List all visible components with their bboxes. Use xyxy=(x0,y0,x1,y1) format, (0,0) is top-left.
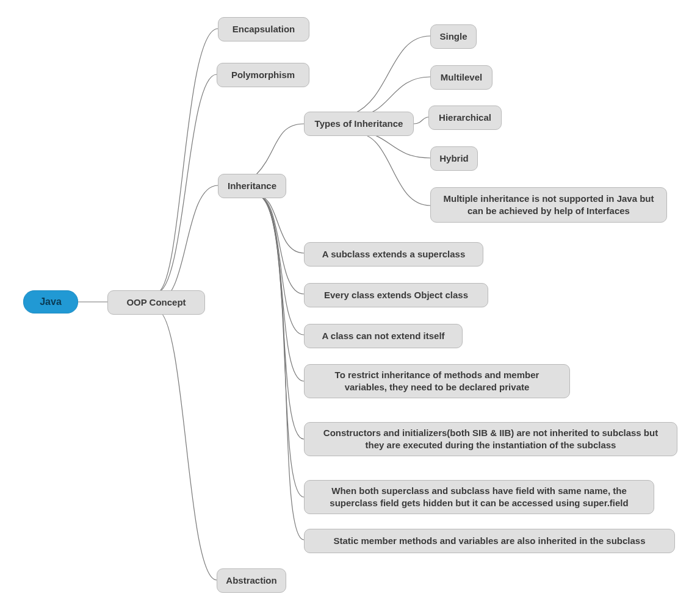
node-inh-n3[interactable]: A class can not extend itself xyxy=(304,324,463,348)
node-label: When both superclass and subclass have f… xyxy=(314,485,644,510)
node-label: Polymorphism xyxy=(231,69,295,81)
node-label: Constructors and initializers(both SIB &… xyxy=(314,427,667,452)
node-inh-n2[interactable]: Every class extends Object class xyxy=(304,283,488,307)
node-label: To restrict inheritance of methods and m… xyxy=(314,369,560,394)
node-inh-n7[interactable]: Static member methods and variables are … xyxy=(304,529,675,553)
node-label: A subclass extends a superclass xyxy=(322,248,466,260)
node-label: Encapsulation xyxy=(233,23,295,35)
node-label: Static member methods and variables are … xyxy=(333,535,645,547)
node-label: Hierarchical xyxy=(439,112,491,124)
node-oop-concept[interactable]: OOP Concept xyxy=(107,290,205,315)
node-inh-n6[interactable]: When both superclass and subclass have f… xyxy=(304,480,654,514)
node-types-of-inheritance[interactable]: Types of Inheritance xyxy=(304,112,414,136)
connector-layer xyxy=(0,0,700,616)
node-polymorphism[interactable]: Polymorphism xyxy=(217,63,309,87)
root-java[interactable]: Java xyxy=(23,290,78,313)
node-inh-n4[interactable]: To restrict inheritance of methods and m… xyxy=(304,364,570,398)
node-label: Multilevel xyxy=(441,71,482,84)
node-label: Multiple inheritance is not supported in… xyxy=(441,193,657,218)
node-hybrid[interactable]: Hybrid xyxy=(430,146,478,171)
node-multiple-note[interactable]: Multiple inheritance is not supported in… xyxy=(430,187,667,223)
node-inh-n1[interactable]: A subclass extends a superclass xyxy=(304,242,483,267)
node-label: Every class extends Object class xyxy=(324,289,468,301)
node-label: A class can not extend itself xyxy=(322,330,444,342)
node-single[interactable]: Single xyxy=(430,24,477,49)
node-inh-n5[interactable]: Constructors and initializers(both SIB &… xyxy=(304,422,677,456)
node-inheritance[interactable]: Inheritance xyxy=(218,174,286,198)
node-label: Types of Inheritance xyxy=(315,118,403,130)
root-label: Java xyxy=(40,295,62,309)
node-abstraction[interactable]: Abstraction xyxy=(217,568,286,593)
node-label: Abstraction xyxy=(226,575,276,587)
node-hierarchical[interactable]: Hierarchical xyxy=(428,106,502,130)
node-encapsulation[interactable]: Encapsulation xyxy=(218,17,309,41)
node-label: Hybrid xyxy=(439,152,469,165)
node-label: OOP Concept xyxy=(126,296,186,309)
node-label: Inheritance xyxy=(228,180,276,192)
node-label: Single xyxy=(440,30,467,43)
node-multilevel[interactable]: Multilevel xyxy=(430,65,493,90)
